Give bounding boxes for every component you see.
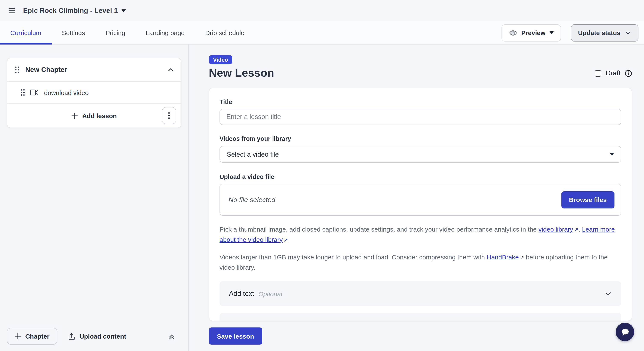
add-lesson-label: Add lesson <box>82 112 117 119</box>
caret-down-icon <box>550 31 554 34</box>
external-link-icon: ↗ <box>520 254 524 262</box>
lesson-page-title: New Lesson <box>209 66 274 80</box>
upload-content-label: Upload content <box>80 332 126 340</box>
tab-settings[interactable]: Settings <box>52 22 95 44</box>
library-field-label: Videos from your library <box>220 135 621 142</box>
course-tabs: Curriculum Settings Pricing Landing page… <box>0 22 254 44</box>
video-library-select-value: Select a video file <box>227 150 279 158</box>
add-lesson-button[interactable]: Add lesson <box>72 112 117 119</box>
chapter-card: New Chapter download video <box>7 58 182 128</box>
help-text: . <box>578 226 582 233</box>
external-link-icon: ↗ <box>574 226 578 235</box>
compression-help-text: Videos larger than 1GB may take longer t… <box>220 252 621 272</box>
draft-toggle-row: Draft <box>595 69 632 77</box>
lesson-header: Video New Lesson Draft <box>209 55 632 80</box>
add-downloads-section[interactable]: Add downloads Optional <box>220 313 621 321</box>
tab-bar: Curriculum Settings Pricing Landing page… <box>0 22 644 44</box>
add-chapter-label: Chapter <box>25 332 50 340</box>
lesson-editor: Video New Lesson Draft Title Videos from… <box>189 44 644 351</box>
curriculum-sidebar: New Chapter download video <box>0 44 189 351</box>
optional-label: Optional <box>258 290 282 297</box>
lesson-form-card: Title Videos from your library Select a … <box>209 88 632 321</box>
help-text: Pick a thumbnail image, add closed capti… <box>220 226 538 233</box>
lesson-row[interactable]: download video <box>7 82 181 103</box>
chevron-up-icon[interactable] <box>167 66 174 73</box>
chapter-header[interactable]: New Chapter <box>7 58 181 81</box>
preview-button[interactable]: Preview <box>502 24 561 41</box>
lesson-type-badge: Video <box>209 55 232 64</box>
tab-drip-schedule[interactable]: Drip schedule <box>195 22 254 44</box>
help-text: Videos larger than 1GB may take longer t… <box>220 254 487 261</box>
video-library-select[interactable]: Select a video file <box>220 146 621 163</box>
browse-files-button[interactable]: Browse files <box>561 191 614 208</box>
caret-down-icon <box>121 9 126 12</box>
sidebar-footer: Chapter Upload content <box>7 328 182 344</box>
info-icon[interactable] <box>625 70 632 77</box>
drag-handle-icon[interactable] <box>14 66 20 74</box>
video-library-help-text: Pick a thumbnail image, add closed capti… <box>220 225 621 245</box>
app-window: Epic Rock Climbing - Level 1 Curriculum … <box>0 0 644 351</box>
upload-icon <box>68 332 75 340</box>
chevron-down-icon <box>625 30 631 36</box>
add-chapter-button[interactable]: Chapter <box>7 328 57 344</box>
chapter-menu-button[interactable] <box>162 107 176 124</box>
chat-bubble-icon <box>620 327 630 337</box>
add-text-label: Add text <box>229 290 254 298</box>
tab-curriculum[interactable]: Curriculum <box>0 22 52 44</box>
course-title: Epic Rock Climbing - Level 1 <box>23 7 118 14</box>
upload-content-button[interactable]: Upload content <box>68 332 126 340</box>
update-status-button[interactable]: Update status <box>571 24 638 41</box>
no-file-text: No file selected <box>228 196 275 204</box>
chat-widget-button[interactable] <box>616 323 634 341</box>
drag-handle-icon[interactable] <box>20 88 25 96</box>
chapter-title: New Chapter <box>25 66 67 74</box>
lesson-title: download video <box>44 89 89 96</box>
chevron-down-icon <box>605 290 612 297</box>
handbrake-link[interactable]: HandBrake <box>487 254 519 261</box>
menu-icon[interactable] <box>8 6 16 15</box>
eye-icon <box>509 28 517 37</box>
collapse-all-icon[interactable] <box>168 332 176 340</box>
upload-field-label: Upload a video file <box>220 173 621 180</box>
draft-checkbox[interactable] <box>595 70 602 76</box>
kebab-icon <box>168 112 170 119</box>
add-text-section[interactable]: Add text Optional <box>220 281 621 306</box>
tab-pricing[interactable]: Pricing <box>95 22 136 44</box>
lesson-title-input[interactable] <box>220 109 621 125</box>
title-field-label: Title <box>220 98 621 105</box>
external-link-icon: ↗ <box>284 236 288 245</box>
video-camera-icon <box>30 89 38 96</box>
save-lesson-button[interactable]: Save lesson <box>209 328 262 344</box>
tab-bar-actions: Preview Update status <box>502 22 638 44</box>
workspace: New Chapter download video <box>0 44 644 351</box>
course-title-dropdown[interactable]: Epic Rock Climbing - Level 1 <box>23 7 126 14</box>
chapter-footer: Add lesson <box>7 104 181 128</box>
top-bar: Epic Rock Climbing - Level 1 <box>0 0 644 22</box>
draft-label: Draft <box>606 69 620 77</box>
tab-landing-page[interactable]: Landing page <box>136 22 195 44</box>
file-upload-dropzone[interactable]: No file selected Browse files <box>220 184 621 216</box>
caret-down-icon <box>610 153 614 156</box>
video-library-link[interactable]: video library <box>538 226 573 233</box>
plus-icon <box>14 333 21 340</box>
update-status-label: Update status <box>578 29 620 36</box>
preview-label: Preview <box>521 29 545 36</box>
plus-icon <box>72 112 78 119</box>
help-text: . <box>288 236 290 243</box>
